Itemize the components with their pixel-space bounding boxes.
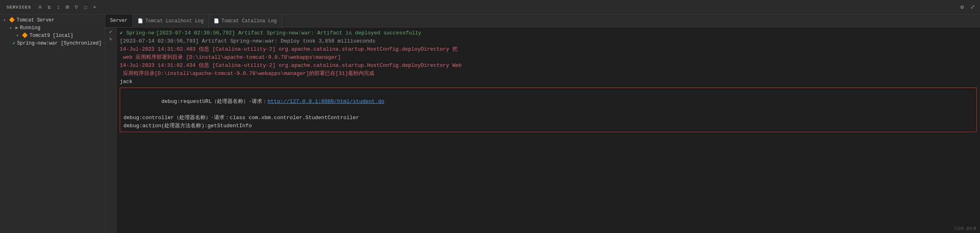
log-text-3: 14-Jul-2023 14:31:02.403 信息 [Catalina-ut… bbox=[120, 45, 458, 53]
log-line-5: jack bbox=[120, 78, 977, 86]
toolbar-icon-5[interactable]: ▽ bbox=[73, 3, 80, 11]
log-gutter: ✔ ↻ bbox=[105, 28, 117, 233]
toolbar-icon-3[interactable]: ↕ bbox=[55, 3, 62, 11]
log-content[interactable]: ✔ Spring-ne [2023-07-14 02:30:56,792] Ar… bbox=[117, 28, 980, 233]
toolbar-icon-2[interactable]: ⇅ bbox=[46, 3, 52, 11]
debug-link-1[interactable]: http://127.0.0.1:8080/html/student.do bbox=[267, 98, 384, 105]
main-area: ▾ 🔶 Tomcat Server ▸ ▶ Running ▾ 🔶 Tomcat… bbox=[0, 15, 980, 233]
settings-icon[interactable]: ⚙ bbox=[959, 3, 965, 11]
log-line-4b: 应用程序目录[D:\install\apache-tomcat-9.0.78\w… bbox=[120, 70, 977, 78]
tab-localhost-label: Tomcat Localhost Log bbox=[145, 18, 204, 24]
top-toolbar: Services ≡ ⇅ ↕ ⊞ ▽ ☐ + ⚙ ⤢ bbox=[0, 0, 980, 15]
toolbar-icon-6[interactable]: ☐ bbox=[82, 3, 89, 11]
tab-catalina-label: Tomcat Catalina Log bbox=[221, 18, 277, 24]
tabs-bar: Server 📄 Tomcat Localhost Log 📄 Tomcat C… bbox=[105, 15, 980, 28]
tab-server[interactable]: Server bbox=[105, 15, 133, 27]
sidebar-item-tomcat9[interactable]: ▾ 🔶 Tomcat9 [local] bbox=[0, 32, 105, 39]
debug-line-3: debug:action(处理器方法名称):getStudentInfo bbox=[123, 122, 973, 130]
sidebar-item-tomcat-server[interactable]: ▾ 🔶 Tomcat Server bbox=[0, 16, 105, 24]
sidebar-item-spring-war[interactable]: ✔ Spring-new:war [Synchronized] bbox=[0, 39, 105, 47]
debug-line-1-before: debug:requestURL（处理器名称）·请求： bbox=[161, 98, 268, 105]
log-line-3b: web 应用程序部署到目录 [D:\install\apache-tomcat-… bbox=[120, 53, 977, 62]
log-text-1: [2023-07-14 02:30:56,792] Artifact Sprin… bbox=[156, 29, 421, 37]
artifact-icon: ✔ bbox=[13, 40, 15, 46]
tab-localhost-log[interactable]: 📄 Tomcat Localhost Log bbox=[133, 15, 209, 27]
log-line-3: 14-Jul-2023 14:31:02.403 信息 [Catalina-ut… bbox=[120, 45, 977, 53]
log-text-5: jack bbox=[120, 78, 132, 86]
log-prefix-1: ✔ Spring-ne bbox=[120, 29, 155, 37]
tab-catalina-log[interactable]: 📄 Tomcat Catalina Log bbox=[209, 15, 282, 27]
log-text-3b: web 应用程序部署到目录 [D:\install\apache-tomcat-… bbox=[120, 53, 341, 62]
debug-box: debug:requestURL（处理器名称）·请求：http://127.0.… bbox=[120, 88, 977, 132]
gutter-check-icon[interactable]: ✔ bbox=[109, 29, 112, 34]
running-label: Running bbox=[20, 25, 40, 31]
tomcat9-label: Tomcat9 [local] bbox=[30, 33, 73, 38]
tab-catalina-icon: 📄 bbox=[214, 18, 219, 24]
right-panel: Server 📄 Tomcat Localhost Log 📄 Tomcat C… bbox=[105, 15, 980, 233]
tomcat-icon: 🔶 bbox=[22, 32, 28, 38]
log-area: ✔ ↻ ✔ Spring-ne [2023-07-14 02:30:56,792… bbox=[105, 28, 980, 233]
log-text-4: 14-Jul-2023 14:31:02.434 信息 [Catalina-ut… bbox=[120, 62, 462, 70]
arrow-tomcat9: ▾ bbox=[16, 33, 21, 38]
toolbar-icon-add[interactable]: + bbox=[91, 3, 98, 11]
server-icon: 🔶 bbox=[9, 17, 15, 23]
gutter-refresh-icon[interactable]: ↻ bbox=[109, 36, 112, 41]
log-text-2: [2023-07-14 02:30:56,793] Artifact Sprin… bbox=[120, 37, 375, 45]
running-icon: ▶ bbox=[15, 25, 18, 31]
services-title-label: Services bbox=[3, 3, 34, 11]
log-text-4b: 应用程序目录[D:\install\apache-tomcat-9.0.78\w… bbox=[120, 70, 374, 78]
tab-server-label: Server bbox=[110, 18, 127, 24]
sidebar: ▾ 🔶 Tomcat Server ▸ ▶ Running ▾ 🔶 Tomcat… bbox=[0, 15, 105, 233]
tab-localhost-icon: 📄 bbox=[138, 18, 143, 24]
debug-line-1: debug:requestURL（处理器名称）·请求：http://127.0.… bbox=[123, 90, 973, 114]
spring-war-label: Spring-new:war [Synchronized] bbox=[17, 41, 102, 46]
log-line-2: [2023-07-14 02:30:56,793] Artifact Sprin… bbox=[120, 37, 977, 45]
log-line-1: ✔ Spring-ne [2023-07-14 02:30:56,792] Ar… bbox=[120, 29, 977, 37]
toolbar-icon-4[interactable]: ⊞ bbox=[64, 3, 70, 11]
log-line-4: 14-Jul-2023 14:31:02.434 信息 [Catalina-ut… bbox=[120, 62, 977, 70]
expand-icon[interactable]: ⤢ bbox=[969, 3, 977, 11]
arrow-tomcat-server: ▾ bbox=[3, 18, 8, 23]
toolbar-icon-1[interactable]: ≡ bbox=[37, 3, 43, 11]
sidebar-item-running[interactable]: ▸ ▶ Running bbox=[0, 24, 105, 32]
watermark: CSDN @作者 bbox=[954, 226, 977, 231]
arrow-running: ▸ bbox=[10, 26, 15, 30]
tomcat-server-label: Tomcat Server bbox=[17, 17, 55, 23]
debug-line-2: debug:controller（处理器名称）·请求：class com.xbm… bbox=[123, 114, 973, 122]
